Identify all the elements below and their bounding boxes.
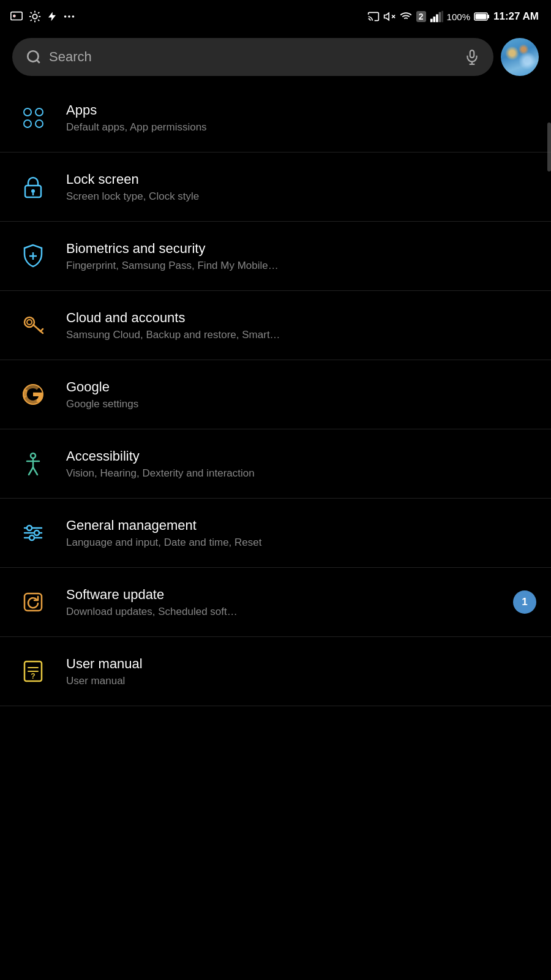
svg-point-54: [34, 530, 39, 535]
svg-point-40: [27, 320, 32, 325]
cloud-title: Cloud and accounts: [66, 310, 536, 326]
svg-rect-31: [470, 50, 474, 58]
apps-text: Apps Default apps, App permissions: [66, 102, 536, 134]
wifi-icon: [399, 10, 413, 23]
mute-icon: [383, 10, 395, 23]
settings-item-software-update[interactable]: Software update Download updates, Schedu…: [0, 568, 551, 637]
search-bar-container: Search: [0, 32, 551, 83]
svg-point-55: [29, 535, 34, 540]
settings-item-google[interactable]: Google Google settings: [0, 360, 551, 429]
status-right-icons: 2 100% 11:27 AM: [367, 10, 539, 23]
svg-rect-22: [433, 17, 435, 22]
svg-line-9: [38, 20, 39, 21]
accessibility-icon: [20, 450, 47, 477]
lock-icon: [20, 173, 47, 200]
more-icon: [62, 10, 76, 23]
accessibility-title: Accessibility: [66, 448, 536, 464]
svg-line-11: [38, 12, 39, 13]
search-placeholder: Search: [49, 49, 457, 65]
google-icon: [20, 381, 47, 408]
svg-text:?: ?: [31, 672, 35, 680]
search-icon: [26, 49, 42, 65]
mic-icon[interactable]: [464, 49, 480, 65]
svg-rect-21: [430, 19, 433, 22]
google-title: Google: [66, 379, 536, 395]
software-update-title: Software update: [66, 587, 513, 603]
svg-point-29: [28, 51, 38, 61]
biometrics-title: Biometrics and security: [66, 241, 536, 257]
cloud-icon-container: [12, 304, 54, 346]
settings-item-user-manual[interactable]: ? User manual User manual: [0, 637, 551, 706]
status-left-icons: [10, 10, 76, 23]
status-bar: 2 100% 11:27 AM: [0, 0, 551, 32]
apps-icon-container: [12, 97, 54, 138]
general-management-subtitle: Language and input, Date and time, Reset: [66, 537, 536, 549]
svg-point-3: [32, 14, 37, 18]
accessibility-text: Accessibility Vision, Hearing, Dexterity…: [66, 448, 536, 480]
svg-point-2: [13, 15, 15, 17]
settings-item-biometrics[interactable]: Biometrics and security Fingerprint, Sam…: [0, 222, 551, 291]
svg-marker-17: [384, 13, 389, 20]
refresh-icon: [20, 589, 47, 616]
biometrics-text: Biometrics and security Fingerprint, Sam…: [66, 241, 536, 272]
accessibility-subtitle: Vision, Hearing, Dexterity and interacti…: [66, 467, 536, 480]
lock-screen-text: Lock screen Screen lock type, Clock styl…: [66, 172, 536, 203]
settings-item-lock-screen[interactable]: Lock screen Screen lock type, Clock styl…: [0, 153, 551, 222]
svg-line-41: [33, 325, 43, 333]
svg-rect-0: [11, 12, 22, 20]
battery-icon: [474, 11, 490, 22]
biometrics-subtitle: Fingerprint, Samsung Pass, Find My Mobil…: [66, 260, 536, 272]
svg-point-35: [31, 189, 35, 193]
svg-marker-12: [48, 12, 56, 21]
general-management-text: General management Language and input, D…: [66, 518, 536, 549]
scroll-indicator: [547, 123, 551, 172]
bolt-icon: [47, 10, 58, 23]
apps-icon: [23, 108, 43, 128]
svg-point-15: [72, 15, 75, 18]
search-bar[interactable]: Search: [12, 38, 493, 76]
svg-point-39: [24, 317, 34, 327]
settings-item-general-management[interactable]: General management Language and input, D…: [0, 499, 551, 568]
user-manual-subtitle: User manual: [66, 675, 536, 687]
svg-line-30: [37, 60, 40, 63]
settings-item-apps[interactable]: Apps Default apps, App permissions: [0, 83, 551, 153]
svg-rect-25: [441, 11, 443, 22]
biometrics-icon-container: [12, 235, 54, 277]
apps-title: Apps: [66, 102, 536, 118]
svg-point-53: [27, 526, 32, 530]
cloud-text: Cloud and accounts Samsung Cloud, Backup…: [66, 310, 536, 341]
screen-record-icon: [10, 10, 23, 23]
svg-line-8: [31, 12, 32, 13]
google-text: Google Google settings: [66, 379, 536, 410]
cloud-subtitle: Samsung Cloud, Backup and restore, Smart…: [66, 329, 536, 341]
svg-rect-28: [475, 14, 486, 20]
svg-rect-23: [436, 14, 438, 22]
svg-point-13: [64, 15, 67, 18]
google-icon-container: [12, 374, 54, 415]
user-manual-icon-container: ?: [12, 650, 54, 692]
user-manual-title: User manual: [66, 656, 536, 672]
software-update-text: Software update Download updates, Schedu…: [66, 587, 513, 618]
lock-screen-subtitle: Screen lock type, Clock style: [66, 190, 536, 203]
key-icon: [20, 312, 47, 339]
software-update-badge: 1: [513, 590, 536, 614]
signal-icon: [430, 10, 443, 23]
software-update-icon-container: [12, 581, 54, 623]
apps-subtitle: Default apps, App permissions: [66, 121, 536, 134]
settings-item-cloud[interactable]: Cloud and accounts Samsung Cloud, Backup…: [0, 291, 551, 360]
sim-badge: 2: [416, 11, 426, 22]
battery-percentage: 100%: [447, 12, 470, 22]
avatar-image: [501, 38, 539, 76]
accessibility-icon-container: [12, 443, 54, 484]
software-update-subtitle: Download updates, Scheduled soft…: [66, 606, 513, 618]
user-manual-text: User manual User manual: [66, 656, 536, 687]
svg-point-14: [68, 15, 70, 18]
svg-rect-27: [487, 15, 489, 18]
svg-point-45: [31, 453, 36, 458]
settings-item-accessibility[interactable]: Accessibility Vision, Hearing, Dexterity…: [0, 429, 551, 499]
shield-plus-icon: [20, 243, 47, 270]
lock-screen-icon-container: [12, 166, 54, 208]
avatar[interactable]: [501, 38, 539, 76]
svg-line-48: [29, 467, 33, 475]
general-management-icon-container: [12, 512, 54, 554]
